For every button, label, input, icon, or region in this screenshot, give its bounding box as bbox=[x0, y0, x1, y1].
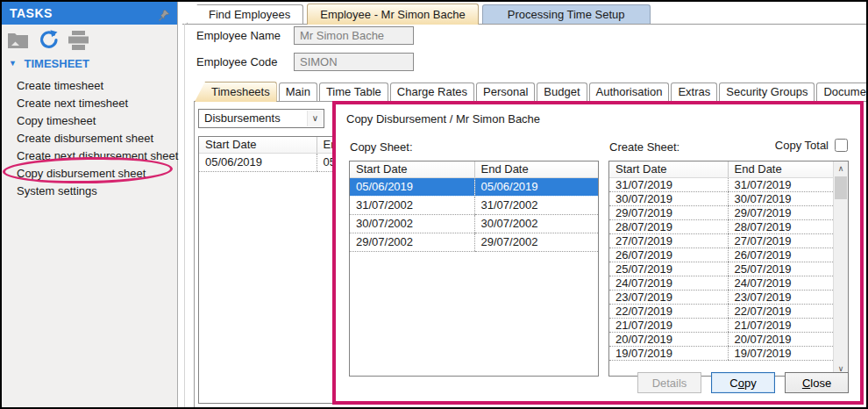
cell[interactable]: 27/07/2019 bbox=[728, 233, 833, 248]
table-row[interactable]: 20/07/201920/07/2019 bbox=[609, 332, 833, 346]
cell[interactable]: 20/07/2019 bbox=[609, 332, 728, 346]
table-row[interactable]: 05/06/201905/06/2019 bbox=[350, 177, 598, 196]
sidebar-item-copy-disbursement-sheet[interactable]: Copy disbursement sheet bbox=[2, 165, 177, 183]
cell[interactable]: 25/07/2019 bbox=[609, 262, 728, 276]
cell[interactable]: 23/07/2019 bbox=[728, 290, 833, 304]
cell[interactable]: 22/07/2019 bbox=[609, 304, 728, 318]
table-row[interactable]: 30/07/201930/07/2019 bbox=[609, 191, 833, 205]
cell[interactable]: 31/07/2019 bbox=[609, 177, 728, 191]
copy-disbursement-dialog: Copy Disbursement / Mr Simon Bache Copy … bbox=[332, 101, 864, 405]
copy-sheet-table-wrap: Start Date End Date 05/06/201905/06/2019… bbox=[349, 161, 599, 377]
cell[interactable]: 29/07/2002 bbox=[350, 233, 474, 251]
cell[interactable]: 26/07/2019 bbox=[609, 248, 728, 262]
sidebar-item-copy-timesheet[interactable]: Copy timesheet bbox=[2, 112, 177, 130]
cell[interactable]: 30/07/2002 bbox=[474, 214, 598, 233]
tab-processing-time-setup[interactable]: Processing Time Setup bbox=[482, 4, 651, 24]
cell[interactable]: 30/07/2019 bbox=[609, 191, 728, 205]
tab-budget[interactable]: Budget bbox=[537, 83, 587, 101]
sheet-type-dropdown[interactable]: Disbursements ∨ bbox=[198, 109, 324, 128]
employee-name-label: Employee Name bbox=[196, 29, 281, 42]
cell[interactable]: 21/07/2019 bbox=[728, 318, 833, 332]
table-row[interactable]: 19/07/201919/07/2019 bbox=[609, 346, 833, 360]
open-folder-icon[interactable] bbox=[7, 31, 30, 52]
table-row[interactable]: 26/07/201926/07/2019 bbox=[609, 248, 833, 262]
tab-charge-rates[interactable]: Charge Rates bbox=[390, 83, 474, 101]
column-header-end-date[interactable]: End Date bbox=[728, 161, 833, 177]
cell[interactable]: 27/07/2019 bbox=[609, 233, 728, 248]
sidebar-item-system-settings[interactable]: System settings bbox=[2, 183, 177, 200]
tab-documents[interactable]: Documents bbox=[816, 83, 868, 101]
tab-employee-mr-simon-bache[interactable]: Employee - Mr Simon Bache bbox=[307, 4, 478, 25]
column-header-start-date[interactable]: Start Date bbox=[350, 161, 474, 177]
details-button[interactable]: Details bbox=[637, 372, 701, 393]
cell[interactable]: 23/07/2019 bbox=[609, 290, 728, 304]
tasks-title: TASKS bbox=[10, 6, 53, 20]
table-row[interactable]: 30/07/200230/07/2002 bbox=[350, 214, 598, 233]
table-row[interactable]: 25/07/201925/07/2019 bbox=[609, 262, 833, 276]
sidebar-item-create-next-disbursement-sheet[interactable]: Create next disbursement sheet bbox=[2, 147, 177, 165]
tasks-panel-header: TASKS bbox=[2, 2, 177, 25]
tab-time-table[interactable]: Time Table bbox=[319, 83, 388, 101]
cell[interactable]: 28/07/2019 bbox=[728, 219, 833, 233]
cell[interactable]: 24/07/2019 bbox=[728, 276, 833, 290]
cell[interactable]: 31/07/2002 bbox=[474, 196, 598, 214]
tab-extras[interactable]: Extras bbox=[671, 83, 717, 101]
cell[interactable]: 30/07/2019 bbox=[728, 191, 833, 205]
header-row: Start Date End Date bbox=[609, 161, 833, 177]
table-row[interactable]: 23/07/201923/07/2019 bbox=[609, 290, 833, 304]
cell[interactable]: 29/07/2019 bbox=[609, 205, 728, 219]
table-row[interactable]: 24/07/201924/07/2019 bbox=[609, 276, 833, 290]
table-row[interactable]: 31/07/200231/07/2002 bbox=[350, 196, 598, 214]
cell[interactable]: 26/07/2019 bbox=[728, 248, 833, 262]
tab-find-employees[interactable]: Find Employees bbox=[187, 4, 303, 24]
timesheet-section-header[interactable]: ▼ TIMESHEET bbox=[9, 57, 89, 70]
tab-main[interactable]: Main bbox=[279, 83, 317, 101]
timesheet-section-label: TIMESHEET bbox=[25, 57, 89, 70]
cell[interactable]: 05/06/2019 bbox=[474, 177, 598, 196]
cell[interactable]: 19/07/2019 bbox=[609, 346, 728, 360]
table-row[interactable]: 05/06/201905/06/2019 bbox=[199, 153, 341, 171]
table-row[interactable]: 21/07/201921/07/2019 bbox=[609, 318, 833, 332]
copy-button[interactable]: Copy bbox=[711, 372, 775, 393]
cell[interactable]: 31/07/2002 bbox=[350, 196, 474, 214]
table-row[interactable]: 22/07/201922/07/2019 bbox=[609, 304, 833, 318]
cell[interactable]: 22/07/2019 bbox=[728, 304, 833, 318]
table-row[interactable]: 29/07/201929/07/2019 bbox=[609, 205, 833, 219]
copy-total-checkbox[interactable] bbox=[835, 139, 848, 152]
cell[interactable]: 20/07/2019 bbox=[728, 332, 833, 346]
cell[interactable]: 05/06/2019 bbox=[350, 177, 474, 196]
sidebar-item-create-next-timesheet[interactable]: Create next timesheet bbox=[2, 95, 177, 112]
close-button[interactable]: Close bbox=[785, 372, 849, 393]
column-header-start-date[interactable]: Start Date bbox=[199, 137, 317, 153]
vertical-scrollbar[interactable]: ∧ ∨ bbox=[833, 161, 848, 376]
tab-authorisation[interactable]: Authorisation bbox=[589, 83, 670, 101]
disbursement-sheet-list: Start Date End Date 05/06/201905/06/2019 bbox=[198, 136, 341, 404]
cell[interactable]: 28/07/2019 bbox=[609, 219, 728, 233]
cell[interactable]: 25/07/2019 bbox=[728, 262, 833, 276]
column-header-start-date[interactable]: Start Date bbox=[609, 161, 728, 177]
pin-icon[interactable] bbox=[158, 6, 171, 29]
print-icon[interactable] bbox=[68, 31, 89, 53]
table-row[interactable]: 28/07/201928/07/2019 bbox=[609, 219, 833, 233]
cell[interactable]: 05/06/2019 bbox=[199, 153, 317, 171]
refresh-icon[interactable] bbox=[38, 29, 60, 54]
cell[interactable]: 30/07/2002 bbox=[350, 214, 474, 233]
column-header-end-date[interactable]: End Date bbox=[474, 161, 598, 177]
table-row[interactable]: 29/07/200229/07/2002 bbox=[350, 233, 598, 251]
scrollbar-thumb[interactable] bbox=[835, 176, 847, 199]
cell[interactable]: 31/07/2019 bbox=[728, 177, 833, 191]
tab-timesheets[interactable]: Timesheets bbox=[195, 82, 277, 102]
scroll-up-icon[interactable]: ∧ bbox=[834, 161, 848, 176]
tab-security-groups[interactable]: Security Groups bbox=[719, 83, 815, 101]
cell[interactable]: 24/07/2019 bbox=[609, 276, 728, 290]
table-row[interactable]: 27/07/201927/07/2019 bbox=[609, 233, 833, 248]
table-row[interactable]: 31/07/201931/07/2019 bbox=[609, 177, 833, 191]
sidebar-item-create-timesheet[interactable]: Create timesheet bbox=[2, 77, 177, 95]
cell[interactable]: 29/07/2002 bbox=[474, 233, 598, 251]
sidebar-item-create-disbursement-sheet[interactable]: Create disbursement sheet bbox=[2, 130, 177, 147]
cell[interactable]: 29/07/2019 bbox=[728, 205, 833, 219]
cell[interactable]: 21/07/2019 bbox=[609, 318, 728, 332]
cell[interactable]: 19/07/2019 bbox=[728, 346, 833, 360]
employee-code-label: Employee Code bbox=[196, 55, 278, 68]
tab-personal[interactable]: Personal bbox=[476, 83, 535, 101]
